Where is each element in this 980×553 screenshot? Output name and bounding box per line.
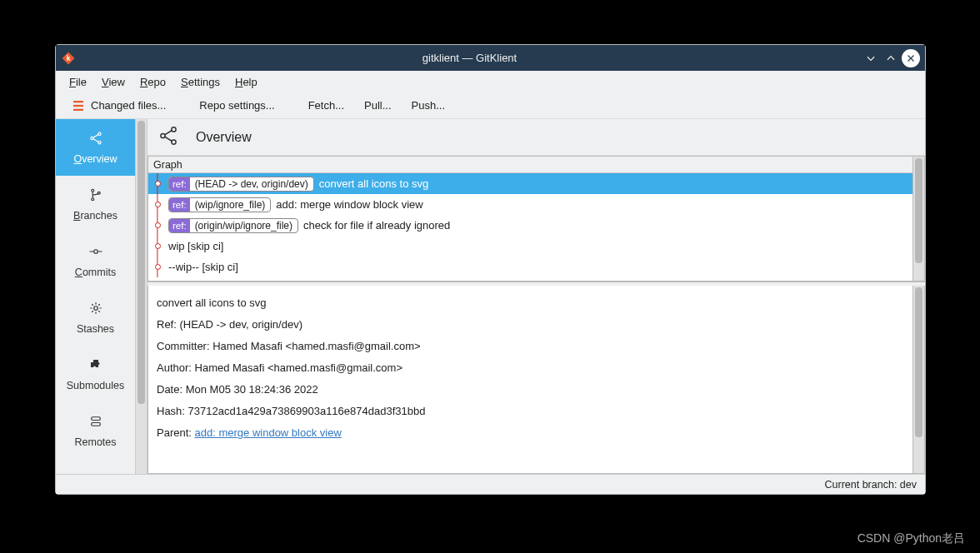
- svg-point-9: [91, 197, 93, 200]
- commit-row[interactable]: ref:(origin/wip/ignore_file)check for fi…: [148, 215, 912, 236]
- titlebar[interactable]: k gitklient — GitKlient: [56, 45, 925, 71]
- changed-files-label: Changed files...: [91, 99, 166, 112]
- svg-rect-13: [91, 416, 100, 420]
- detail-pane: convert all icons to svg Ref: (HEAD -> d…: [148, 286, 925, 474]
- changed-files-button[interactable]: Changed files...: [62, 95, 174, 117]
- window-title: gitklient — GitKlient: [79, 52, 860, 64]
- commit-message: convert all icons to svg: [319, 177, 429, 190]
- share-icon: [88, 131, 103, 148]
- fetch-button[interactable]: Fetch...: [300, 96, 352, 115]
- sidebar-item-label: Commits: [75, 267, 116, 278]
- commit-icon: [88, 244, 103, 262]
- share-icon: [158, 125, 179, 149]
- menubar: File View Repo Settings Help: [56, 71, 925, 92]
- graph-node: [152, 194, 163, 215]
- sidebar-item-submodules[interactable]: Submodules: [56, 346, 135, 402]
- sidebar-item-commits[interactable]: Commits: [56, 232, 135, 289]
- menu-view[interactable]: View: [95, 73, 132, 91]
- sidebar-item-remotes[interactable]: Remotes: [56, 402, 135, 459]
- svg-rect-2: [73, 101, 83, 102]
- remote-icon: [88, 414, 103, 431]
- push-button[interactable]: Push...: [403, 96, 453, 115]
- ref-badge: ref:(origin/wip/ignore_file): [168, 218, 298, 233]
- page-title: Overview: [196, 130, 252, 145]
- close-button[interactable]: [902, 49, 920, 67]
- sidebar-item-overview[interactable]: Overview: [56, 119, 135, 176]
- svg-point-6: [98, 132, 100, 135]
- gear-icon: [88, 301, 103, 318]
- detail-scrollbar[interactable]: [913, 286, 925, 474]
- graph-column-header[interactable]: Graph: [148, 157, 912, 173]
- app-k-icon: k: [61, 51, 76, 66]
- svg-point-11: [93, 249, 98, 253]
- pull-button[interactable]: Pull...: [356, 96, 400, 115]
- commit-row[interactable]: wip [skip ci]: [148, 236, 912, 257]
- svg-rect-3: [73, 104, 83, 106]
- main-header: Overview: [148, 119, 925, 156]
- commit-message: wip [skip ci]: [168, 240, 223, 252]
- sidebar-scrollbar[interactable]: [136, 119, 148, 474]
- svg-point-17: [172, 140, 176, 144]
- changed-files-icon: [71, 98, 86, 113]
- current-branch-label: Current branch: dev: [825, 479, 917, 491]
- detail-parent: Parent: add: merge window block view: [157, 422, 904, 444]
- puzzle-icon: [88, 357, 103, 375]
- branch-icon: [88, 187, 103, 205]
- detail-author: Author: Hamed Masafi <hamed.masfi@gmail.…: [157, 357, 904, 379]
- maximize-button[interactable]: [882, 49, 900, 67]
- graph-node: [152, 173, 163, 194]
- svg-point-7: [98, 141, 100, 143]
- commit-message: add: merge window block view: [276, 198, 422, 211]
- detail-hash: Hash: 73712acd1a429a73869903a116e874dad3…: [157, 401, 904, 422]
- sidebar-item-branches[interactable]: Branches: [56, 176, 135, 232]
- commit-message: check for file if already ignored: [303, 219, 450, 232]
- minimize-button[interactable]: [862, 49, 880, 67]
- toolbar: Changed files... Repo settings... Fetch.…: [56, 92, 925, 119]
- svg-point-5: [90, 137, 92, 139]
- sidebar: Overview Branches Commits Stashes: [56, 119, 148, 474]
- detail-ref: Ref: (HEAD -> dev, origin/dev): [157, 314, 904, 336]
- watermark: CSDN @Python老吕: [858, 531, 965, 546]
- commit-message: --wip-- [skip ci]: [168, 261, 238, 273]
- sidebar-item-label: Stashes: [77, 323, 114, 335]
- sidebar-item-label: Submodules: [67, 380, 125, 391]
- sidebar-item-label: Overview: [73, 153, 117, 165]
- sidebar-item-label: Remotes: [74, 436, 116, 448]
- parent-link[interactable]: add: merge window block view: [195, 426, 342, 439]
- main-content: Overview Graph ref:(HEAD -> dev, origin/…: [148, 119, 925, 474]
- commit-row[interactable]: ref:(HEAD -> dev, origin/dev)convert all…: [148, 173, 912, 194]
- detail-subject: convert all icons to svg: [157, 292, 904, 314]
- app-window: k gitklient — GitKlient File View Repo S…: [55, 44, 926, 495]
- svg-point-8: [91, 189, 93, 192]
- graph-node: [152, 215, 163, 236]
- detail-committer: Committer: Hamed Masafi <hamed.masfi@gma…: [157, 336, 904, 357]
- repo-settings-button[interactable]: Repo settings...: [191, 96, 282, 115]
- graph-node: [152, 236, 163, 257]
- graph-node: [152, 257, 163, 277]
- menu-file[interactable]: File: [62, 73, 93, 91]
- svg-text:k: k: [67, 55, 71, 62]
- svg-rect-4: [73, 108, 83, 110]
- menu-help[interactable]: Help: [228, 73, 264, 91]
- svg-point-15: [161, 133, 165, 137]
- ref-badge: ref:(HEAD -> dev, origin/dev): [168, 177, 314, 192]
- graph-pane: Graph ref:(HEAD -> dev, origin/dev)conve…: [148, 156, 925, 282]
- svg-point-16: [172, 127, 176, 132]
- sidebar-item-stashes[interactable]: Stashes: [56, 289, 135, 346]
- graph-scrollbar[interactable]: [913, 156, 925, 281]
- sidebar-item-label: Branches: [73, 210, 118, 222]
- menu-settings[interactable]: Settings: [174, 73, 227, 91]
- menu-repo[interactable]: Repo: [133, 73, 172, 91]
- svg-rect-14: [91, 422, 100, 426]
- svg-point-12: [93, 306, 98, 310]
- statusbar: Current branch: dev: [56, 474, 925, 494]
- commit-row[interactable]: ref:(wip/ignore_file)add: merge window b…: [148, 194, 912, 215]
- commit-row[interactable]: --wip-- [skip ci]: [148, 257, 912, 277]
- ref-badge: ref:(wip/ignore_file): [168, 197, 271, 212]
- detail-date: Date: Mon M05 30 18:24:36 2022: [157, 379, 904, 401]
